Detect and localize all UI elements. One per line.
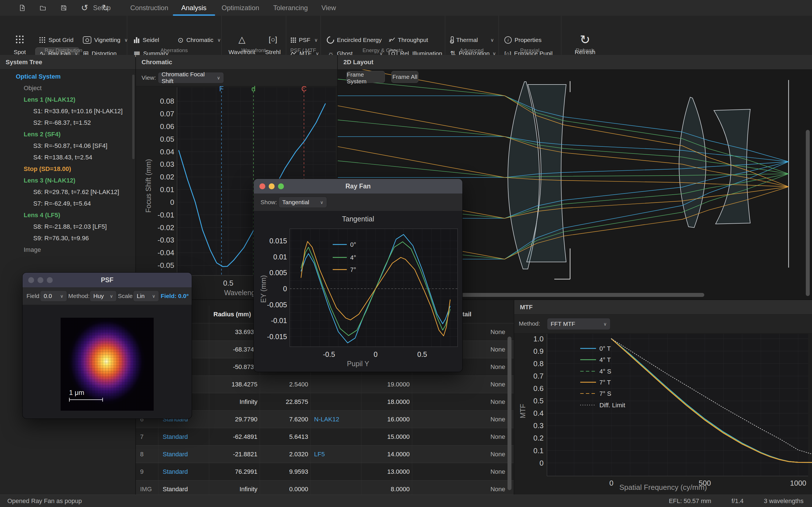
zoom-icon[interactable] bbox=[47, 277, 53, 283]
thermal-button[interactable]: Thermal ∨ bbox=[450, 34, 494, 46]
chromatic-ylabel: Focus Shift (mm) bbox=[144, 159, 153, 213]
svg-text:0.5: 0.5 bbox=[223, 279, 234, 287]
tab-view[interactable]: View bbox=[321, 0, 336, 16]
svg-text:0: 0 bbox=[373, 350, 377, 358]
table-row[interactable]: 8Standard-21.88212.0320LF514.0000None bbox=[136, 445, 514, 463]
ray-fan-window-title: Ray Fan bbox=[254, 179, 462, 194]
group-refresh: ↻ RefreshAll Refresh bbox=[561, 16, 609, 55]
save-icon[interactable] bbox=[59, 4, 68, 12]
chromatic-palette-icon: ⊙ bbox=[177, 37, 184, 44]
group-label: Paraxial bbox=[499, 47, 561, 54]
tab-tolerancing[interactable]: Tolerancing bbox=[273, 0, 308, 16]
tree-item[interactable]: Lens 2 (SF4) bbox=[0, 128, 134, 140]
chevron-down-icon: ∨ bbox=[110, 293, 113, 299]
minimize-icon[interactable] bbox=[38, 277, 43, 283]
tab-setup[interactable]: Setup bbox=[93, 0, 111, 16]
tree-item[interactable]: Lens 3 (N-LAK12) bbox=[0, 175, 134, 186]
table-row[interactable]: 9Standard76.29919.959313.0000None bbox=[136, 463, 514, 480]
open-folder-icon[interactable] bbox=[39, 4, 47, 12]
throughput-button[interactable]: Throughput bbox=[389, 34, 428, 46]
new-file-icon[interactable] bbox=[18, 4, 27, 12]
tab-optimization[interactable]: Optimization bbox=[221, 0, 259, 16]
mtf-header: MTF bbox=[514, 300, 812, 315]
tree-item[interactable]: S3: R=-50.87, t=4.06 [SF4] bbox=[0, 140, 134, 152]
tree-item[interactable]: Lens 4 (LF5) bbox=[0, 209, 134, 221]
scalebar-line bbox=[69, 399, 103, 400]
undo-icon[interactable]: ↺ bbox=[80, 4, 89, 12]
group-label: Wavefront bbox=[221, 47, 286, 54]
tree-item[interactable]: Lens 1 (N-LAK12) bbox=[0, 94, 134, 105]
seidel-bars-icon bbox=[134, 37, 140, 43]
svg-text:0.05: 0.05 bbox=[160, 135, 174, 144]
psf-method-dropdown[interactable]: Huy∨ bbox=[90, 290, 117, 302]
group-advanced: Thermal ∨ ⇅ Polarization ∨ Advanced bbox=[445, 16, 499, 55]
svg-text:Diff. Limit: Diff. Limit bbox=[599, 402, 625, 409]
table-row[interactable]: 6Standard29.77907.6200N-LAK1216.0000None bbox=[136, 410, 514, 428]
show-label: Show: bbox=[260, 196, 277, 208]
close-icon[interactable] bbox=[28, 277, 34, 283]
svg-text:0: 0 bbox=[540, 459, 544, 467]
frame-all-button[interactable]: Frame All bbox=[391, 71, 418, 83]
info-icon: i bbox=[504, 36, 512, 44]
svg-text:-0.5: -0.5 bbox=[323, 350, 335, 358]
table-row[interactable]: 4Standard138.42752.540019.0000None bbox=[136, 376, 514, 393]
tree-item[interactable]: S2: R=-68.37, t=1.52 bbox=[0, 117, 134, 128]
ray-fan-xlabel: Pupil Y bbox=[254, 360, 462, 368]
table-row[interactable]: 5StandardInfinity22.857518.0000None bbox=[136, 393, 514, 410]
view-dropdown[interactable]: Chromatic Focal Shift∨ bbox=[158, 72, 224, 83]
encircled-energy-button[interactable]: Encircled Energy ∨ bbox=[327, 34, 392, 46]
tree-item[interactable]: Optical System bbox=[0, 71, 134, 82]
seidel-button[interactable]: Seidel bbox=[134, 34, 159, 46]
psf-intensity-image: 1 μm bbox=[61, 318, 154, 411]
vignetting-button[interactable]: Vignetting ∨ bbox=[83, 34, 128, 46]
show-dropdown[interactable]: Tangential∨ bbox=[278, 196, 327, 208]
tree-item[interactable]: Stop (SD=18.00) bbox=[0, 163, 134, 175]
svg-text:0.6: 0.6 bbox=[534, 384, 544, 393]
chevron-down-icon: ∨ bbox=[217, 75, 220, 80]
zoom-icon[interactable] bbox=[278, 183, 284, 189]
svg-text:0.04: 0.04 bbox=[160, 148, 174, 156]
tree-item[interactable]: S9: R=76.30, t=9.96 bbox=[0, 232, 134, 244]
tree-item[interactable]: S1: R=33.69, t=10.16 [N-LAK12] bbox=[0, 105, 134, 117]
menu-bar: ↺ ↻ Setup Construction Analysis Optimiza… bbox=[0, 0, 812, 16]
strehl-ratio-icon: [○] bbox=[269, 35, 277, 44]
svg-text:0.1: 0.1 bbox=[534, 446, 544, 455]
mtf-panel: MTF Method: FFT MTF∨ 1.00.90.80.70.60.50… bbox=[514, 300, 812, 495]
svg-text:7° T: 7° T bbox=[599, 379, 611, 386]
minimize-icon[interactable] bbox=[269, 183, 274, 189]
scale-dropdown[interactable]: Lin∨ bbox=[133, 290, 159, 302]
table-scrollbar[interactable] bbox=[507, 337, 511, 490]
tab-construction[interactable]: Construction bbox=[130, 0, 168, 16]
psf-window: PSF Field: 0.0∨ Method: Huy∨ Scale: Lin∨ bbox=[22, 273, 192, 418]
svg-text:0.3: 0.3 bbox=[534, 421, 544, 430]
layout-vertical-scrollbar[interactable] bbox=[806, 130, 810, 296]
tree-item[interactable]: S8: R=-21.88, t=2.03 [LF5] bbox=[0, 221, 134, 232]
svg-text:7° S: 7° S bbox=[599, 390, 611, 397]
svg-text:0.08: 0.08 bbox=[160, 97, 174, 105]
tree-item[interactable]: S4: R=138.43, t=2.54 bbox=[0, 152, 134, 163]
status-message: Opened Ray Fan as popup bbox=[7, 497, 82, 505]
tab-analysis[interactable]: Analysis bbox=[181, 0, 206, 16]
table-row[interactable]: 7Standard-62.48915.641315.0000None bbox=[136, 428, 514, 445]
properties-button[interactable]: i Properties bbox=[504, 34, 542, 46]
spot-grid-button[interactable]: Spot Grid bbox=[39, 34, 73, 46]
method-dropdown[interactable]: FFT MTF∨ bbox=[547, 318, 610, 330]
spot-diagram-icon bbox=[15, 35, 24, 44]
table-row[interactable]: IMGStandardInfinity0.00008.0000None bbox=[136, 480, 514, 495]
psf-button[interactable]: PSF ∨ bbox=[290, 34, 318, 46]
scale-label: Scale: bbox=[118, 290, 134, 302]
tree-scrollbar[interactable] bbox=[132, 75, 135, 159]
method-label: Method: bbox=[519, 318, 540, 329]
field-dropdown[interactable]: 0.0∨ bbox=[40, 290, 67, 302]
svg-text:-0.005: -0.005 bbox=[267, 301, 287, 309]
tree-item[interactable]: S7: R=-62.49, t=5.64 bbox=[0, 198, 134, 209]
tree-item[interactable]: S6: R=29.78, t=7.62 [N-LAK12] bbox=[0, 186, 134, 198]
tree-item[interactable]: Image bbox=[0, 244, 134, 256]
frame-system-button[interactable]: Frame System bbox=[347, 71, 385, 83]
svg-text:-0.03: -0.03 bbox=[158, 236, 174, 244]
tree-item[interactable]: Object bbox=[0, 82, 134, 94]
chevron-down-icon: ∨ bbox=[60, 293, 63, 299]
svg-text:-0.01: -0.01 bbox=[158, 211, 174, 219]
close-icon[interactable] bbox=[259, 183, 265, 189]
chromatic-button[interactable]: ⊙ Chromatic ∨ bbox=[177, 34, 221, 46]
